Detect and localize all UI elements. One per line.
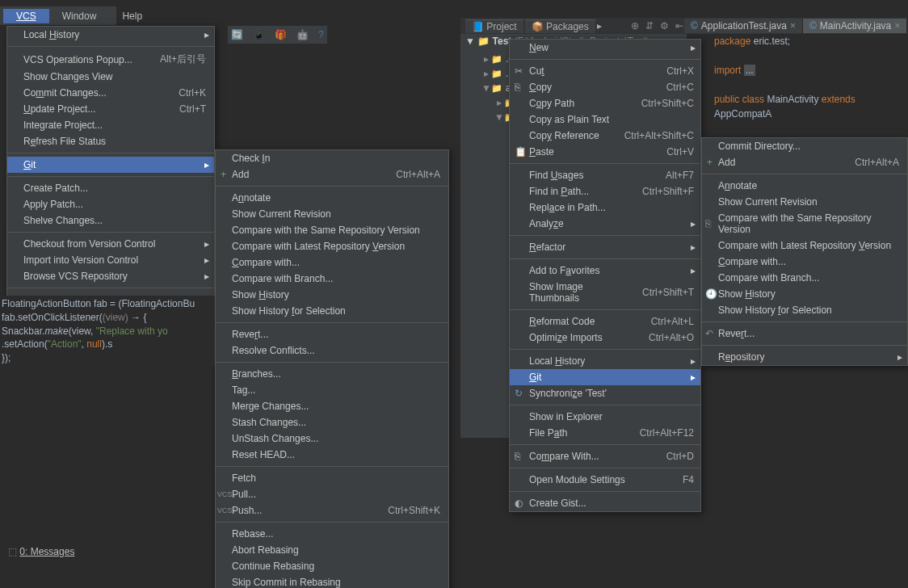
cx-compare-with[interactable]: ⎘Compare With...Ctrl+D: [510, 448, 700, 464]
gi-rebase[interactable]: Rebase...: [216, 526, 448, 542]
mi-create-patch[interactable]: Create Patch...: [7, 180, 214, 196]
gi-stash[interactable]: Stash Changes...: [216, 414, 448, 430]
mi-show-changes[interactable]: Show Changes View: [7, 69, 214, 85]
editor-tabs: ©ApplicationTest.java× ©MainActivity.jav…: [684, 18, 908, 34]
cx-open-module[interactable]: Open Module SettingsF4: [510, 472, 700, 488]
tab-packages[interactable]: 📦 Packages: [525, 19, 595, 33]
cx-show-explorer[interactable]: Show in Explorer: [510, 409, 700, 425]
cx-sync[interactable]: ↻Synchronize 'Test': [510, 385, 700, 401]
gi-fetch[interactable]: Fetch: [216, 470, 448, 486]
cx-refactor[interactable]: Refactor▸: [510, 239, 700, 255]
menu-help[interactable]: Help: [109, 9, 155, 23]
cx-copy-ref[interactable]: Copy ReferenceCtrl+Alt+Shift+C: [510, 128, 700, 144]
gc-revert[interactable]: ↶Revert...: [702, 326, 907, 342]
gi-checkin[interactable]: Check In: [216, 150, 448, 166]
android-icon[interactable]: 🤖: [296, 29, 309, 40]
cx-new[interactable]: New▸: [510, 40, 700, 56]
gi-show-cur[interactable]: Show Current Revision: [216, 206, 448, 222]
cx-local-hist[interactable]: Local History▸: [510, 353, 700, 369]
gc-repository[interactable]: Repository▸: [702, 349, 907, 365]
gi-merge[interactable]: Merge Changes...: [216, 398, 448, 414]
mi-checkout[interactable]: Checkout from Version Control▸: [7, 236, 214, 252]
gi-branches[interactable]: Branches...: [216, 366, 448, 382]
gi-tag[interactable]: Tag...: [216, 382, 448, 398]
gi-cmp-latest[interactable]: Compare with Latest Repository Version: [216, 238, 448, 254]
cx-add-fav[interactable]: Add to Favorites▸: [510, 262, 700, 279]
mi-integrate[interactable]: Integrate Project...: [7, 117, 214, 133]
cx-replace-path[interactable]: Replace in Path...: [510, 200, 700, 216]
cx-find-path[interactable]: Find in Path...Ctrl+Shift+F: [510, 183, 700, 200]
mi-vcs-ops[interactable]: VCS Operations Popup...Alt+后引号: [7, 50, 214, 69]
cx-copy[interactable]: ⎘CopyCtrl+C: [510, 79, 700, 95]
cx-copy-path[interactable]: Copy PathCtrl+Shift+C: [510, 95, 700, 111]
gc-add[interactable]: +AddCtrl+Alt+A: [702, 154, 907, 170]
sync-icon[interactable]: 🔄: [231, 29, 243, 40]
cx-file-path[interactable]: File PathCtrl+Alt+F12: [510, 425, 700, 441]
gi-show-hist[interactable]: Show History: [216, 287, 448, 303]
cx-analyze[interactable]: Analyze▸: [510, 216, 700, 232]
vcs-dropdown: Local History▸ VCS Operations Popup...Al…: [6, 26, 215, 309]
messages-bar[interactable]: 0: Messages: [8, 546, 74, 557]
gi-annotate[interactable]: Annotate: [216, 190, 448, 206]
gi-skip-commit[interactable]: Skip Commit in Rebasing: [216, 574, 448, 588]
gc-cmp-with[interactable]: Compare with...: [702, 254, 907, 270]
context-menu: New▸ ✂CutCtrl+X ⎘CopyCtrl+C Copy PathCtr…: [509, 39, 701, 512]
gi-cmp-branch[interactable]: Compare with Branch...: [216, 271, 448, 287]
cx-git[interactable]: Git▸: [510, 369, 700, 385]
gc-show-hist-sel[interactable]: Show History for Selection: [702, 302, 907, 318]
gc-commit-dir[interactable]: Commit Directory...: [702, 138, 907, 154]
gear-icon[interactable]: ⚙: [660, 20, 669, 32]
gi-reset[interactable]: Reset HEAD...: [216, 447, 448, 463]
menubar: VCS Window Help: [0, 6, 116, 26]
mi-import-vc[interactable]: Import into Version Control▸: [7, 252, 214, 268]
mi-update[interactable]: Update Project...Ctrl+T: [7, 101, 214, 117]
gi-push[interactable]: VCS↑Push...Ctrl+Shift+K: [216, 502, 448, 519]
gi-unstash[interactable]: UnStash Changes...: [216, 430, 448, 447]
mi-browse[interactable]: Browse VCS Repository▸: [7, 268, 214, 284]
gi-abort-rebase[interactable]: Abort Rebasing: [216, 542, 448, 558]
gi-pull[interactable]: VCS↓Pull...: [216, 486, 448, 502]
gc-cmp-latest[interactable]: Compare with Latest Repository Version: [702, 237, 907, 254]
tab-more-arrow[interactable]: ▸: [597, 20, 602, 32]
gi-revert[interactable]: Revert...: [216, 326, 448, 342]
help-icon[interactable]: ?: [318, 29, 324, 40]
gc-show-cur[interactable]: Show Current Revision: [702, 194, 907, 210]
tab-app-test[interactable]: ©ApplicationTest.java×: [684, 19, 803, 33]
menu-window[interactable]: Window: [49, 9, 110, 23]
gi-resolve[interactable]: Resolve Conflicts...: [216, 342, 448, 359]
code-snippet-left: FloatingActionButton fab = (FloatingActi…: [0, 296, 215, 367]
gc-cmp-same[interactable]: ⎘Compare with the Same Repository Versio…: [702, 210, 907, 237]
cx-copy-plain[interactable]: Copy as Plain Text: [510, 111, 700, 128]
cx-reformat[interactable]: Reformat CodeCtrl+Alt+L: [510, 313, 700, 330]
mi-git[interactable]: Git▸: [7, 157, 214, 173]
cx-create-gist[interactable]: ◐Create Gist...: [510, 495, 700, 511]
gi-add[interactable]: +AddCtrl+Alt+A: [216, 166, 448, 183]
gc-annotate[interactable]: Annotate: [702, 178, 907, 194]
mi-commit[interactable]: Commit Changes...Ctrl+K: [7, 85, 214, 101]
mi-shelve[interactable]: Shelve Changes...: [7, 212, 214, 229]
divider-icon: ⇵: [645, 20, 654, 32]
tab-project[interactable]: 📘 Project: [465, 19, 523, 33]
gi-cmp-with[interactable]: Compare with...: [216, 254, 448, 271]
cx-cut[interactable]: ✂CutCtrl+X: [510, 63, 700, 79]
cx-show-thumb[interactable]: Show Image ThumbnailsCtrl+Shift+T: [510, 279, 700, 306]
menu-vcs[interactable]: VCS: [3, 9, 49, 23]
mi-refresh[interactable]: Refresh File Status: [7, 133, 214, 149]
close-icon[interactable]: ×: [894, 20, 900, 32]
tab-main-activity[interactable]: ©MainActivity.java×: [803, 19, 907, 33]
mi-apply-patch[interactable]: Apply Patch...: [7, 196, 214, 212]
gi-show-hist-sel[interactable]: Show History for Selection: [216, 303, 448, 319]
gc-show-hist[interactable]: 🕘Show History: [702, 286, 907, 302]
cx-find-usages[interactable]: Find UsagesAlt+F7: [510, 167, 700, 183]
device-icon[interactable]: 📱: [253, 29, 265, 40]
mi-local-history[interactable]: Local History▸: [7, 27, 214, 43]
gc-cmp-branch[interactable]: Compare with Branch...: [702, 270, 907, 286]
bug-icon[interactable]: 🎁: [275, 29, 287, 40]
cx-optimize[interactable]: Optimize ImportsCtrl+Alt+O: [510, 330, 700, 346]
gi-continue-rebase[interactable]: Continue Rebasing: [216, 558, 448, 574]
cx-paste[interactable]: 📋PasteCtrl+V: [510, 144, 700, 160]
collapse-icon[interactable]: ⊕: [631, 20, 639, 32]
close-icon[interactable]: ×: [790, 20, 796, 32]
gi-cmp-same[interactable]: Compare with the Same Repository Version: [216, 222, 448, 238]
hide-icon[interactable]: ⇤: [675, 20, 683, 32]
